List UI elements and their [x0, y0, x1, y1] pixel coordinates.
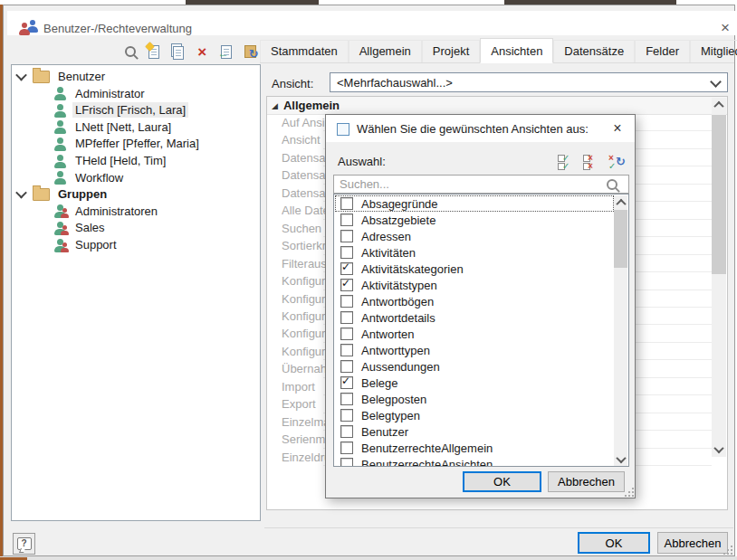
delete-icon[interactable]: ×: [194, 43, 212, 61]
checkbox-icon[interactable]: [340, 441, 353, 454]
tab-allgemein[interactable]: Allgemein: [349, 40, 422, 62]
users-app-icon: [19, 20, 39, 35]
group-member-icon: [61, 242, 69, 252]
invert-selection-icon[interactable]: × ✓ ↻: [608, 153, 627, 171]
search-icon[interactable]: [121, 43, 139, 61]
view-label: Ansicht:: [272, 77, 313, 90]
tab-ansichten[interactable]: Ansichten: [480, 38, 553, 63]
tree-item-lnett-nett-laura[interactable]: LNett [Nett, Laura]: [53, 119, 174, 136]
view-list-item-label: Adressen: [361, 230, 411, 243]
scroll-down-button[interactable]: [712, 442, 726, 457]
view-list-item-aktivitätskategorien[interactable]: ✓Aktivitätskategorien: [335, 261, 614, 277]
view-dropdown-value: <Mehrfachauswahl...>: [337, 76, 453, 90]
grid-scrollbar[interactable]: [712, 98, 726, 457]
new-record-icon[interactable]: [146, 43, 164, 61]
scroll-down-button[interactable]: [614, 452, 627, 466]
checkbox-icon[interactable]: [340, 197, 353, 210]
arrow-up-icon: [616, 198, 626, 208]
check-all-icon[interactable]: ✓ ✓: [558, 153, 576, 171]
checkbox-icon[interactable]: [340, 409, 353, 422]
tree-item-lfrisch-frisch-lara[interactable]: LFrisch [Frisch, Lara]: [53, 101, 188, 119]
view-list-item-belegtypen[interactable]: Belegtypen: [335, 407, 614, 423]
search-input[interactable]: [334, 176, 628, 193]
view-list-item-antworttypen[interactable]: Antworttypen: [335, 342, 614, 358]
view-list-item-benutzerrechteallgemein[interactable]: BenutzerrechteAllgemein: [335, 440, 614, 456]
list-scrollbar[interactable]: [614, 195, 627, 466]
uncheck-all-icon[interactable]: × ×: [583, 153, 601, 171]
chevron-down-icon[interactable]: [15, 70, 27, 81]
tab-stammdaten[interactable]: Stammdaten: [260, 40, 349, 62]
tab-felder[interactable]: Felder: [635, 40, 690, 62]
view-list-item-belegposten[interactable]: Belegposten: [335, 391, 614, 407]
checkbox-icon[interactable]: [340, 425, 353, 438]
modal-cancel-button[interactable]: Abbrechen: [548, 471, 625, 492]
view-list-item-antwortbögen[interactable]: Antwortbögen: [335, 293, 614, 309]
modal-ok-button[interactable]: OK: [463, 471, 541, 492]
help-icon: ?: [17, 537, 32, 550]
checkbox-icon[interactable]: [340, 246, 353, 259]
tree-item-workflow[interactable]: Workflow: [53, 169, 126, 186]
tree-item-sales[interactable]: Sales: [53, 219, 108, 236]
resize-grip[interactable]: [625, 488, 634, 497]
chevron-down-icon: [710, 76, 722, 88]
tree-folder-benutzer[interactable]: Benutzer: [14, 68, 108, 85]
help-button[interactable]: ?: [13, 533, 35, 555]
window-resize-grip[interactable]: [723, 546, 732, 555]
checkbox-checked-icon[interactable]: ✓: [340, 279, 353, 291]
view-list-item-aktivitäten[interactable]: Aktivitäten: [335, 244, 614, 261]
view-list-item-aussendungen[interactable]: Aussendungen: [335, 358, 614, 375]
group-expander-icon[interactable]: ◢: [272, 101, 278, 110]
scroll-up-button[interactable]: [712, 98, 726, 112]
checkbox-icon[interactable]: [340, 295, 353, 308]
checkbox-checked-icon[interactable]: ✓: [340, 262, 353, 275]
view-list-item-benutzerrechteansichten[interactable]: BenutzerrechteAnsichten: [335, 456, 614, 467]
view-list-item-benutzer[interactable]: Benutzer: [335, 423, 614, 440]
tree-item-theld-held-tim[interactable]: THeld [Held, Tim]: [53, 152, 168, 169]
scroll-up-button[interactable]: [614, 195, 627, 209]
chevron-down-icon[interactable]: [15, 187, 27, 199]
check-glyph: ✓: [341, 261, 350, 273]
checkbox-icon[interactable]: [340, 230, 353, 242]
tab-mitgliedschaften[interactable]: Mitgliedschaften: [690, 40, 737, 62]
ok-button[interactable]: OK: [578, 532, 650, 554]
view-list-item-label: Antwortbögen: [361, 295, 434, 308]
tree-item-administrator[interactable]: Administrator: [53, 85, 148, 102]
view-list-item-absagegründe[interactable]: Absagegründe: [335, 195, 614, 212]
window-close-button[interactable]: ×: [710, 16, 737, 40]
view-dropdown[interactable]: <Mehrfachauswahl...>: [330, 72, 728, 92]
checkbox-icon[interactable]: [340, 344, 353, 356]
modal-title-bar: Wählen Sie die gewünschten Ansichten aus…: [326, 115, 635, 142]
checkbox-icon[interactable]: [340, 360, 353, 373]
folder-icon: [33, 71, 50, 83]
title-bar: Benutzer-/Rechteverwaltung ×: [7, 11, 737, 35]
checkbox-icon[interactable]: [340, 311, 353, 324]
magnifier-glyph: [125, 46, 136, 57]
checkbox-icon[interactable]: [340, 393, 353, 405]
import-icon[interactable]: ←: [217, 43, 235, 61]
modal-close-button[interactable]: ×: [600, 115, 635, 142]
tree-folder-gruppen[interactable]: Gruppen: [14, 185, 110, 203]
view-list-item-adressen[interactable]: Adressen: [335, 228, 614, 244]
view-list-item-absatzgebiete[interactable]: Absatzgebiete: [335, 212, 614, 228]
tab-datensätze[interactable]: Datensätze: [553, 40, 635, 62]
checkbox-checked-icon[interactable]: ✓: [340, 376, 353, 389]
tree-item-support[interactable]: Support: [53, 236, 120, 253]
tab-projekt[interactable]: Projekt: [422, 40, 480, 62]
group-member-icon: [61, 225, 69, 235]
cancel-button[interactable]: Abbrechen: [657, 532, 728, 554]
grid-group-row[interactable]: ◢ Allgemein: [267, 97, 727, 115]
checkbox-icon[interactable]: [340, 327, 353, 340]
refresh-icon[interactable]: ↻: [242, 43, 260, 61]
view-list-item-aktivitätstypen[interactable]: ✓Aktivitätstypen: [335, 277, 614, 293]
tree-item-mpfeffer-pfeffer-maria[interactable]: MPfeffer [Pfeffer, Maria]: [53, 135, 202, 152]
copy-icon[interactable]: [169, 43, 187, 61]
view-list-item-antworten[interactable]: Antworten: [335, 326, 614, 342]
scrollbar-thumb[interactable]: [712, 115, 726, 274]
arrow-down-icon: [616, 452, 626, 462]
checkbox-icon[interactable]: [340, 458, 353, 467]
tree-item-administratoren[interactable]: Administratoren: [53, 203, 160, 220]
view-list-item-antwortdetails[interactable]: Antwortdetails: [335, 309, 614, 326]
view-list-item-belege[interactable]: ✓Belege: [335, 375, 614, 391]
scrollbar-thumb[interactable]: [614, 210, 627, 268]
checkbox-icon[interactable]: [340, 214, 353, 226]
